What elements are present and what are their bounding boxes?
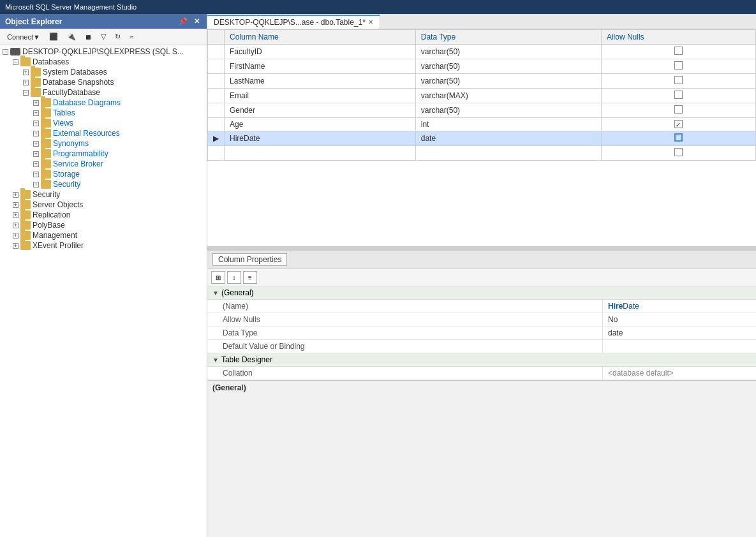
stop-button[interactable]: ⏹ [82,31,95,43]
column-name-cell[interactable]: FacultyID [225,45,416,59]
management-expand-icon[interactable]: + [13,233,19,239]
service-broker-expand-icon[interactable]: + [33,161,39,167]
server-objects-expand-icon[interactable]: + [13,202,19,208]
tree-item-external-res[interactable]: + External Resources [0,128,207,138]
table-row[interactable]: FacultyIDvarchar(50) [208,45,756,59]
tree-item-security-db[interactable]: + Security [0,179,207,189]
server-expand-icon[interactable]: − [3,49,8,55]
tree-item-service-broker[interactable]: + Service Broker [0,159,207,169]
security-expand-icon[interactable]: + [13,192,19,198]
right-content: Column Name Data Type Allow Nulls Facult… [207,29,756,537]
tree-item-management[interactable]: + Management [0,230,207,240]
table-row[interactable]: Emailvarchar(MAX) [208,89,756,103]
tree-item-xevent[interactable]: + XEvent Profiler [0,240,207,251]
filter-button[interactable]: ▽ [98,31,109,43]
allow-nulls-checkbox[interactable] [674,120,683,128]
data-type-cell[interactable] [415,146,601,161]
data-type-cell[interactable]: varchar(50) [415,59,601,74]
connect-dropdown-icon[interactable]: ▼ [33,33,40,41]
app-container: Microsoft SQL Server Management Studio O… [0,0,756,537]
allow-nulls-checkbox[interactable] [674,91,683,99]
tree-item-tables[interactable]: + Tables [0,108,207,118]
table-row[interactable]: LastNamevarchar(50) [208,74,756,89]
tables-expand-icon[interactable]: + [33,110,39,116]
column-name-cell[interactable]: Gender [225,103,416,118]
table-designer-tab[interactable]: DESKTOP-QQKLEJP\S...ase - dbo.Table_1* ✕ [207,15,380,29]
allow-nulls-cell[interactable] [601,118,755,131]
data-type-cell[interactable]: varchar(50) [415,45,601,59]
table-row[interactable]: FirstNamevarchar(50) [208,59,756,74]
column-name-cell[interactable]: Email [225,89,416,103]
props-tab-bar: Column Properties [207,251,756,269]
refresh-connection-button[interactable]: 🔌 [64,31,79,43]
allow-nulls-checkbox[interactable] [674,61,683,70]
table-row[interactable] [208,146,756,161]
refresh-button[interactable]: ↻ [112,31,124,43]
allow-nulls-cell[interactable] [601,45,755,59]
allow-nulls-cell[interactable] [601,103,755,118]
synonyms-expand-icon[interactable]: + [33,141,39,147]
table-designer-collapse-icon[interactable]: ▼ [212,357,219,364]
databases-expand-icon[interactable]: − [13,59,19,65]
pin-icon[interactable]: 📌 [177,17,189,26]
column-properties-tab[interactable]: Column Properties [212,253,287,266]
column-name-cell[interactable]: FirstName [225,59,416,74]
allow-nulls-checkbox[interactable] [674,47,683,55]
connect-button[interactable]: Connect ▼ [4,31,43,43]
allow-nulls-checkbox[interactable] [674,105,683,114]
replication-expand-icon[interactable]: + [13,212,19,218]
programmability-expand-icon[interactable]: + [33,151,39,157]
system-dbs-expand-icon[interactable]: + [23,70,29,75]
data-type-cell[interactable]: varchar(MAX) [415,89,601,103]
tree-item-server-objects[interactable]: + Server Objects [0,200,207,210]
allow-nulls-cell[interactable] [601,74,755,89]
polybase-expand-icon[interactable]: + [13,223,19,228]
allow-nulls-cell[interactable] [601,59,755,74]
table-row[interactable]: Gendervarchar(50) [208,103,756,118]
storage-expand-icon[interactable]: + [33,172,39,177]
column-name-cell[interactable]: LastName [225,74,416,89]
column-name-cell[interactable] [225,146,416,161]
allow-nulls-cell[interactable] [601,89,755,103]
tree-item-replication[interactable]: + Replication [0,210,207,220]
object-explorer-tree[interactable]: − DESKTOP-QQKLEJP\SQLEXPRESS (SQL S... −… [0,45,207,537]
xevent-expand-icon[interactable]: + [13,243,19,249]
general-collapse-icon[interactable]: ▼ [212,290,219,297]
tree-item-db-diagrams[interactable]: + Database Diagrams [0,98,207,108]
tree-item-programmability[interactable]: + Programmability [0,149,207,159]
data-type-cell[interactable]: varchar(50) [415,74,601,89]
table-row[interactable]: Ageint [208,118,756,131]
column-name-cell[interactable]: HireDate [225,131,416,146]
tree-item-views[interactable]: + Views [0,118,207,128]
table-row[interactable]: ▶HireDatedate [208,131,756,146]
props-alphabetical-btn[interactable]: ↕ [227,271,241,284]
data-type-cell[interactable]: int [415,118,601,131]
props-categorized-btn[interactable]: ⊞ [211,271,225,284]
external-res-expand-icon[interactable]: + [33,131,39,136]
data-type-cell[interactable]: varchar(50) [415,103,601,118]
column-name-cell[interactable]: Age [225,118,416,131]
tree-item-faculty-db[interactable]: − FacultyDatabase [0,87,207,98]
tree-item-storage[interactable]: + Storage [0,169,207,179]
security-db-expand-icon[interactable]: + [33,182,39,188]
close-panel-icon[interactable]: ✕ [192,17,202,26]
allow-nulls-checkbox[interactable] [674,148,683,156]
props-pages-btn[interactable]: ≡ [243,271,257,284]
db-diagrams-expand-icon[interactable]: + [33,100,39,106]
db-snapshots-expand-icon[interactable]: + [23,80,29,85]
faculty-db-expand-icon[interactable]: − [23,90,29,96]
row-indicator-cell [208,74,225,89]
allow-nulls-checkbox[interactable] [674,76,683,84]
tree-item-security[interactable]: + Security [0,189,207,200]
data-type-cell[interactable]: date [415,131,601,146]
views-expand-icon[interactable]: + [33,121,39,126]
tree-item-server[interactable]: − DESKTOP-QQKLEJP\SQLEXPRESS (SQL S... [0,47,207,57]
tree-item-polybase[interactable]: + PolyBase [0,220,207,230]
tree-item-synonyms[interactable]: + Synonyms [0,138,207,149]
allow-nulls-cell[interactable] [601,131,755,146]
allow-nulls-checkbox[interactable] [674,133,683,142]
properties-button[interactable]: ≈ [126,31,137,43]
disconnect-button[interactable]: ⬛ [46,31,61,43]
allow-nulls-cell[interactable] [601,146,755,161]
close-tab-icon[interactable]: ✕ [368,18,373,26]
